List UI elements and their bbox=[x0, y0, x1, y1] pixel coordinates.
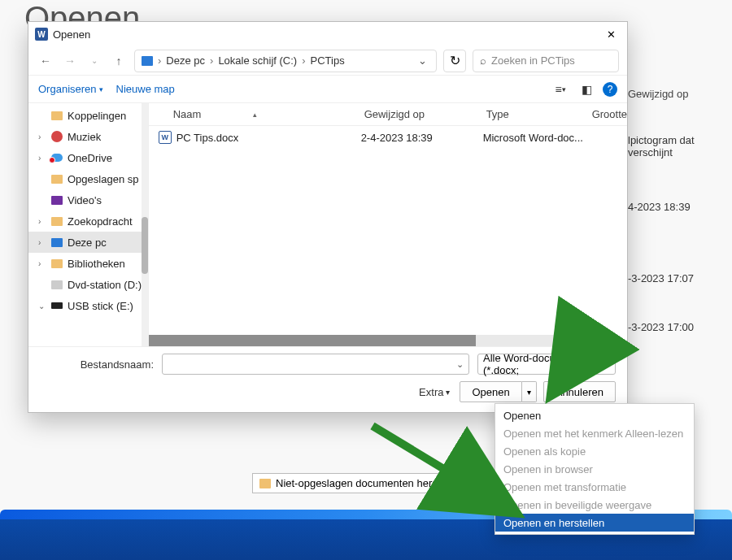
dropdown-item: Openen in beveiligde weergave bbox=[495, 496, 694, 514]
od-icon bbox=[51, 154, 63, 162]
background-date: -3-2023 17:00 bbox=[628, 321, 694, 333]
tree-item[interactable]: Opgeslagen sp bbox=[28, 168, 148, 189]
tree-item[interactable]: Dvd-station (D:) bbox=[28, 274, 148, 295]
nieuwe-map-button[interactable]: Nieuwe map bbox=[116, 83, 175, 95]
organiseren-menu[interactable]: Organiseren ▾ bbox=[38, 83, 103, 95]
chevron-down-icon: ▾ bbox=[446, 388, 450, 397]
col-type[interactable]: Type bbox=[486, 108, 592, 120]
recent-button[interactable]: ⌄ bbox=[85, 52, 103, 70]
scrollbar-thumb[interactable] bbox=[149, 335, 476, 346]
chevron-right-icon: › bbox=[38, 238, 46, 247]
titlebar: W Openen ✕ bbox=[28, 22, 627, 46]
open-dropdown-button[interactable]: ▾ bbox=[522, 381, 537, 402]
preview-pane-button[interactable]: ◧ bbox=[577, 80, 596, 99]
file-list-area: Naam▴ Gewijzigd op Type Grootte WPC Tips… bbox=[149, 103, 627, 346]
help-button[interactable]: ? bbox=[603, 82, 617, 97]
open-split-button: Openen ▾ bbox=[460, 381, 536, 402]
dropdown-item[interactable]: Openen en herstellen bbox=[495, 514, 694, 532]
chevron-right-icon: › bbox=[38, 132, 46, 141]
mus-icon bbox=[51, 131, 63, 142]
dialog-title: Openen bbox=[53, 28, 90, 41]
col-grootte[interactable]: Grootte bbox=[592, 108, 627, 120]
filetype-dropdown[interactable]: Alle Word-documenten (*.docx; ⌄ bbox=[477, 354, 616, 375]
fdr-icon bbox=[51, 217, 63, 226]
tree-item[interactable]: ›Bibliotheken bbox=[28, 253, 148, 274]
restore-unsaved-button[interactable]: Niet-opgeslagen documenten herstellen bbox=[252, 473, 470, 493]
search-placeholder: Zoeken in PCTips bbox=[491, 54, 575, 67]
tree-item[interactable]: Koppelingen bbox=[28, 105, 148, 126]
close-button[interactable]: ✕ bbox=[601, 24, 621, 44]
open-dialog: W Openen ✕ ← → ⌄ ↑ › Deze pc › Lokale sc… bbox=[28, 21, 628, 413]
file-modified: 2-4-2023 18:39 bbox=[361, 132, 483, 144]
up-button[interactable]: ↑ bbox=[110, 52, 128, 70]
svg-line-1 bbox=[373, 426, 504, 506]
tree-item-label: Video's bbox=[68, 194, 102, 206]
folder-tree: Koppelingen›Muziek›OneDriveOpgeslagen sp… bbox=[28, 103, 149, 346]
column-headers: Naam▴ Gewijzigd op Type Grootte bbox=[149, 103, 627, 126]
open-dropdown-menu: OpenenOpenen met het kenmerk Alleen-leze… bbox=[495, 403, 695, 535]
tree-item-label: USB stick (E:) bbox=[68, 300, 133, 312]
tree-item[interactable]: ›Muziek bbox=[28, 126, 148, 147]
search-input[interactable]: ⌕ Zoeken in PCTips bbox=[473, 50, 619, 72]
filename-input[interactable]: ⌄ bbox=[162, 354, 469, 375]
breadcrumb-dropdown[interactable]: ⌄ bbox=[415, 54, 429, 67]
horizontal-scrollbar[interactable] bbox=[149, 335, 616, 346]
breadcrumb-item[interactable]: Deze pc bbox=[166, 54, 205, 67]
fdr-icon bbox=[51, 111, 63, 120]
tree-item[interactable]: ⌄USB stick (E:) bbox=[28, 295, 148, 316]
word-doc-icon: W bbox=[159, 131, 172, 144]
tree-item-label: Deze pc bbox=[68, 237, 107, 249]
background-col-header: Gewijzigd op bbox=[628, 88, 688, 100]
breadcrumb-item[interactable]: PCTips bbox=[311, 54, 345, 67]
sort-asc-icon: ▴ bbox=[253, 111, 257, 119]
back-button[interactable]: ← bbox=[37, 52, 54, 70]
dvd-icon bbox=[51, 280, 63, 289]
tree-item[interactable]: ›Deze pc bbox=[28, 232, 148, 253]
background-date: -3-2023 17:07 bbox=[628, 272, 694, 284]
tree-item-label: Koppelingen bbox=[68, 110, 126, 122]
cancel-button[interactable]: Annuleren bbox=[543, 381, 616, 402]
breadcrumb[interactable]: › Deze pc › Lokale schijf (C:) › PCTips … bbox=[134, 50, 437, 72]
dropdown-item: Openen met het kenmerk Alleen-lezen bbox=[495, 424, 694, 442]
chevron-down-icon[interactable]: ⌄ bbox=[456, 359, 464, 370]
tree-item[interactable]: ›OneDrive bbox=[28, 147, 148, 168]
breadcrumb-item[interactable]: Lokale schijf (C:) bbox=[218, 54, 297, 67]
pcmon-icon bbox=[51, 238, 63, 247]
col-naam[interactable]: Naam▴ bbox=[173, 108, 364, 120]
extra-label: Extra bbox=[419, 386, 443, 398]
file-row[interactable]: WPC Tips.docx2-4-2023 18:39Microsoft Wor… bbox=[149, 126, 627, 149]
tree-item-label: OneDrive bbox=[68, 152, 112, 164]
vid-icon bbox=[51, 196, 63, 205]
dropdown-item[interactable]: Openen bbox=[495, 406, 694, 424]
refresh-button[interactable]: ↻ bbox=[443, 50, 466, 72]
open-button[interactable]: Openen bbox=[460, 381, 521, 402]
chevron-right-icon: › bbox=[38, 259, 46, 268]
chevron-down-icon: ⌄ bbox=[38, 302, 46, 310]
chevron-down-icon: ▾ bbox=[99, 85, 103, 93]
pc-icon bbox=[142, 56, 153, 66]
tree-item[interactable]: ›Zoekopdracht bbox=[28, 211, 148, 232]
tree-item-label: Dvd-station (D:) bbox=[68, 279, 142, 291]
forward-button[interactable]: → bbox=[61, 52, 79, 70]
background-text-snippet: lpictogram dat verschijnt bbox=[628, 134, 732, 158]
tree-item-label: Opgeslagen sp bbox=[68, 173, 138, 185]
tree-item[interactable]: Video's bbox=[28, 189, 148, 211]
filename-label: Bestandsnaam: bbox=[40, 358, 154, 371]
dropdown-item: Openen in browser bbox=[495, 460, 694, 478]
chevron-right-icon: › bbox=[38, 154, 46, 163]
extra-menu[interactable]: Extra ▾ bbox=[419, 386, 450, 398]
filetype-label: Alle Word-documenten (*.docx; bbox=[483, 352, 599, 376]
navigation-row: ← → ⌄ ↑ › Deze pc › Lokale schijf (C:) ›… bbox=[28, 46, 627, 76]
folder-icon bbox=[259, 479, 271, 488]
file-name: PC Tips.docx bbox=[176, 132, 239, 144]
col-gewijzigd[interactable]: Gewijzigd op bbox=[364, 108, 486, 120]
view-mode-button[interactable]: ≡ ▾ bbox=[551, 80, 570, 99]
chevron-right-icon: › bbox=[158, 54, 161, 67]
fdr-icon bbox=[51, 175, 63, 184]
restore-unsaved-label: Niet-opgeslagen documenten herstellen bbox=[276, 477, 463, 489]
scrollbar-thumb[interactable] bbox=[142, 217, 148, 274]
chevron-right-icon: › bbox=[210, 54, 213, 67]
tree-item-label: Muziek bbox=[68, 131, 101, 143]
dialog-bottom: Bestandsnaam: ⌄ Alle Word-documenten (*.… bbox=[28, 346, 627, 412]
file-list: WPC Tips.docx2-4-2023 18:39Microsoft Wor… bbox=[149, 126, 627, 149]
